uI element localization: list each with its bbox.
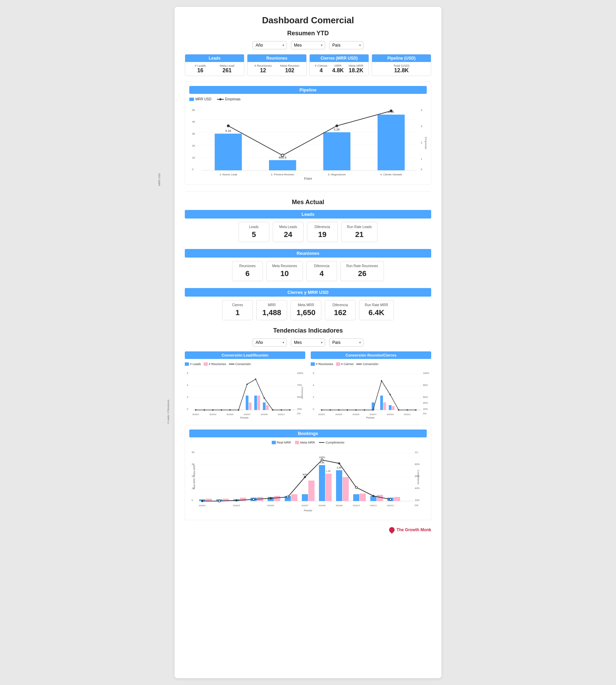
svg-point-129 <box>372 409 374 411</box>
brand-logo-icon <box>388 526 396 534</box>
svg-rect-179 <box>360 494 366 501</box>
legend-real-mrr: Real MRR <box>272 441 291 444</box>
kpi-reuniones-header: Reuniones <box>247 54 306 62</box>
conv-lead-svg: 6 4 2 0 100% 75% 50% 25% 0% <box>185 367 305 419</box>
svg-text:3.2K: 3.2K <box>334 128 340 131</box>
cierres-cards-row: Cierres 1 MRR 1,488 Meta MRR 1,650 Difer… <box>185 300 431 320</box>
svg-text:0%: 0% <box>423 412 426 415</box>
svg-point-133 <box>407 409 408 411</box>
svg-text:25%: 25% <box>297 408 302 410</box>
legend-leads-text: # Leads <box>190 362 201 366</box>
svg-text:202201: 202201 <box>318 413 325 415</box>
legend-reuniones-item: # Reuniones <box>204 362 226 366</box>
reuniones-cards-row: Reuniones 6 Meta Reuniones 10 Diferencia… <box>185 261 431 281</box>
svg-text:0: 0 <box>192 168 194 171</box>
svg-text:202211: 202211 <box>278 413 285 415</box>
legend-conv2-item: Conversión <box>356 362 378 366</box>
point-3 <box>335 124 338 127</box>
svg-text:2: 2 <box>187 396 188 398</box>
bookings-svg: 4K 3K 2K 1K 0 10... 80% 60% 40% 20% 0% <box>189 446 427 515</box>
legend-meta-text: Meta MRR <box>300 441 315 444</box>
tend-ano-filter[interactable]: Año <box>253 338 287 347</box>
pipeline-legend: MRR USD Empresas <box>189 97 427 101</box>
svg-text:3.1K: 3.1K <box>225 129 231 133</box>
pais-filter[interactable]: País <box>329 41 363 49</box>
leads-count-card: Leads 5 <box>239 222 269 242</box>
conv-lead-reunion-header: Conversión Lead/Reunión <box>185 351 305 359</box>
legend-leads-box <box>185 362 189 366</box>
cierres-count-card: Cierres 1 <box>222 300 253 320</box>
legend-conv2-line <box>356 364 362 364</box>
svg-point-124 <box>330 409 331 411</box>
leads-diferencia-card: Diferencia 19 <box>307 222 338 242</box>
legend-cumpl-line <box>319 442 324 443</box>
tend-pais-filter[interactable]: País <box>329 338 363 347</box>
svg-text:5K: 5K <box>192 109 195 112</box>
legend-empresas-label: Empresas <box>225 97 241 101</box>
svg-text:3. Negociacion: 3. Negociacion <box>328 173 346 176</box>
svg-point-125 <box>338 409 339 411</box>
pipeline-svg: 5K 4K 3K 2K 1K 0 MRR USD 4 3 2 1 0 Empre… <box>189 104 427 179</box>
mes-filter-wrap: Mes <box>291 41 325 49</box>
mes-actual-cierres: Cierres y MRR USD Cierres 1 MRR 1,488 Me… <box>185 288 431 320</box>
svg-text:100%: 100% <box>423 372 429 374</box>
svg-point-73 <box>272 409 273 411</box>
svg-point-75 <box>289 409 291 411</box>
svg-text:202210: 202210 <box>353 505 360 507</box>
conv-reunion-cierres-chart: Conversión Reunión/Cierres # Reuniones #… <box>311 351 431 420</box>
svg-text:40%: 40% <box>415 487 420 489</box>
svg-text:202207: 202207 <box>370 413 377 415</box>
kpi-meta-mrr: Meta MRR 18.2K <box>349 64 363 74</box>
kpi-cierres: Cierres (MRR USD) # Cierres 4 MRR 4.8K M… <box>309 54 369 76</box>
pipeline-chart-section: Pipeline MRR USD Empresas 5K 4K 3K 2K 1K… <box>185 82 431 185</box>
kpi-reuniones: Reuniones # Reuniones 12 Meta Reunion 10… <box>247 54 307 76</box>
tend-ano-wrap: Año <box>253 338 287 347</box>
svg-text:1: 1 <box>421 158 422 161</box>
svg-text:60%: 60% <box>423 396 428 398</box>
svg-rect-58 <box>249 402 252 410</box>
svg-text:4: 4 <box>313 384 314 386</box>
svg-text:202209: 202209 <box>336 505 343 507</box>
svg-rect-106 <box>380 396 383 410</box>
ano-filter[interactable]: Año <box>253 41 287 49</box>
svg-point-182 <box>201 500 203 502</box>
svg-text:100%: 100% <box>297 372 303 374</box>
svg-point-186 <box>270 497 272 499</box>
legend-reuniones-box <box>204 362 208 366</box>
kpi-pipeline: Pipeline (USD) Total (USD) 12.8K <box>372 54 431 76</box>
svg-rect-176 <box>308 481 315 501</box>
mes-actual-leads: Leads Leads 5 Meta Leads 24 Diferencia 1… <box>185 210 431 242</box>
legend-cierres2-item: # Cierres <box>336 362 354 366</box>
svg-text:4: 4 <box>187 384 188 386</box>
svg-rect-172 <box>240 498 246 501</box>
svg-rect-165 <box>319 465 325 501</box>
divider-1 <box>185 191 431 192</box>
svg-text:202205: 202205 <box>227 413 234 415</box>
tend-mes-filter[interactable]: Mes <box>291 338 325 347</box>
bookings-chart-section: Bookings Real MRR Meta MRR Cumplimiento <box>185 425 431 520</box>
svg-rect-175 <box>291 494 297 501</box>
svg-point-193 <box>389 498 392 500</box>
svg-point-183 <box>218 500 220 502</box>
reuniones-header: Reuniones <box>185 249 431 258</box>
svg-point-65 <box>204 409 205 411</box>
kpi-pipeline-header: Pipeline (USD) <box>372 54 431 62</box>
cierres-runrate-card: Run Rate MRR 6.4K <box>359 300 394 320</box>
svg-text:0: 0 <box>187 408 188 410</box>
mes-filter[interactable]: Mes <box>291 41 325 49</box>
svg-text:202211: 202211 <box>370 505 377 507</box>
point-1 <box>227 124 230 127</box>
svg-text:202211: 202211 <box>404 413 411 415</box>
svg-point-127 <box>355 409 357 411</box>
conv-lead-reunion-chart: Conversión Lead/Reunión # Leads # Reunio… <box>185 351 305 420</box>
svg-rect-118 <box>383 402 386 410</box>
svg-text:3: 3 <box>421 125 422 128</box>
svg-point-184 <box>235 499 238 501</box>
svg-text:20%: 20% <box>415 499 420 501</box>
main-title: Dashboard Comercial <box>185 15 431 26</box>
tendencias-section: Tendencias Indicadores Año Mes País <box>185 327 431 520</box>
legend-conv-text: Conversión <box>235 362 251 366</box>
conv-reunion-cierres-header: Conversión Reunión/Cierres <box>311 351 431 359</box>
legend-reun2-item: # Reuniones <box>311 362 333 366</box>
svg-text:75%: 75% <box>297 384 302 386</box>
